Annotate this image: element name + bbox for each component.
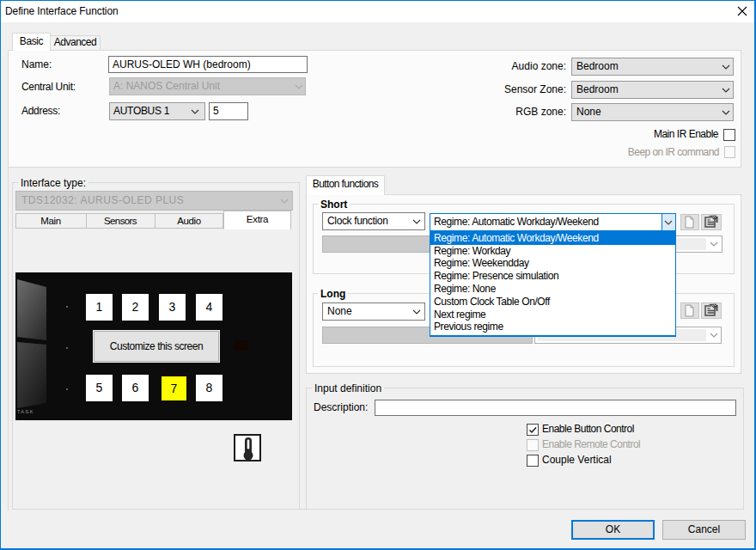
svg-text:T.A.S.K: T.A.S.K (17, 409, 34, 414)
